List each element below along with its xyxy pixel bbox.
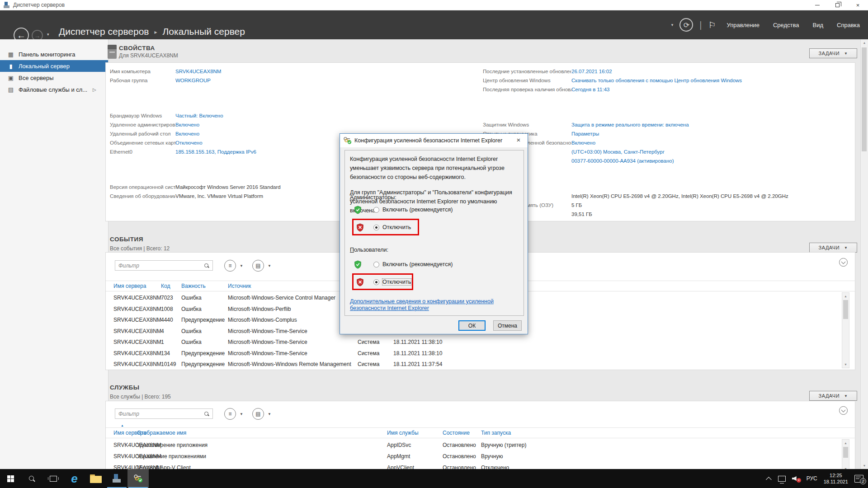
notifications-flag-icon[interactable]: ⚐ (708, 20, 716, 30)
scroll-up-icon[interactable]: ▲ (842, 441, 849, 445)
column-header[interactable]: Состояние (443, 430, 470, 436)
volume-muted-icon[interactable]: × (792, 475, 800, 482)
events-tasks-button[interactable]: ЗАДАЧИ ▼ (809, 243, 857, 253)
start-button[interactable] (0, 469, 21, 488)
services-collapse-button[interactable] (839, 406, 848, 415)
property-value[interactable]: (UTC+03:00) Москва, Санкт-Петербург (571, 149, 665, 155)
close-button[interactable]: × (848, 0, 868, 10)
events-filter-input[interactable] (115, 261, 204, 270)
property-value[interactable]: Включено (175, 122, 199, 127)
nav-history-caret-icon[interactable]: ▾ (47, 32, 49, 37)
ok-button[interactable]: ОК (458, 320, 486, 331)
property-value[interactable]: 39,51 ГБ (571, 211, 592, 217)
scrollbar-thumb[interactable] (843, 300, 848, 319)
events-collapse-button[interactable] (839, 258, 848, 267)
property-value[interactable]: Отключено (175, 140, 203, 145)
services-view-button[interactable]: ≡ (224, 408, 236, 420)
users-enable-radio[interactable] (373, 262, 379, 267)
services-filter-input[interactable] (115, 409, 204, 418)
expander-icon[interactable]: ▷ (93, 87, 96, 92)
service-row[interactable]: SRVK4UCEAX8NM Удостоверение приложения A… (106, 439, 855, 450)
column-header[interactable]: Имя сервера (113, 283, 146, 289)
ie-esc-dialog-taskbar-button[interactable] (127, 469, 149, 488)
services-save-caret-icon[interactable]: ▼ (268, 412, 271, 416)
internet-explorer-button[interactable]: e (64, 469, 85, 488)
column-header[interactable]: Отображаемое имя (137, 430, 186, 436)
event-row[interactable]: SRVK4UCEAX8NM 134 Предупреждение Microso… (106, 348, 855, 359)
property-value[interactable]: 00377-60000-00000-AA934 (активировано) (571, 158, 674, 164)
more-info-link[interactable]: Дополнительные сведения о конфигурации у… (350, 298, 515, 312)
column-header[interactable]: Источник (228, 283, 251, 289)
search-icon[interactable] (204, 263, 209, 268)
admins-enable-radio[interactable] (373, 207, 379, 213)
refresh-icon[interactable]: ⟳ (679, 18, 693, 32)
property-value[interactable]: Частный: Включено (175, 113, 223, 118)
main-scrollbar[interactable]: ▲ ▼ (860, 39, 868, 469)
restore-button[interactable] (827, 0, 848, 10)
server-manager-taskbar-button[interactable] (106, 469, 127, 488)
cancel-button[interactable]: Отмена (493, 320, 522, 331)
tray-expand-icon[interactable] (766, 477, 772, 483)
service-row[interactable]: SRVK4UCEAX8NM Управление приложениями Ap… (106, 450, 855, 462)
header-menu-item[interactable]: Управление (727, 22, 760, 28)
event-row[interactable]: SRVK4UCEAX8NM 1 Ошибка Microsoft-Windows… (106, 337, 855, 348)
search-icon[interactable] (204, 411, 209, 416)
scrollbar-thumb[interactable] (862, 47, 867, 151)
header-menu-item[interactable]: Вид (812, 22, 823, 28)
property-value[interactable]: 185.158.155.163, Поддержка IPv6 (175, 149, 256, 155)
scroll-down-icon[interactable]: ▼ (842, 363, 849, 366)
services-tasks-button[interactable]: ЗАДАЧИ ▼ (809, 391, 857, 401)
breadcrumb-root[interactable]: Диспетчер серверов (59, 26, 149, 37)
header-menu-item[interactable]: Справка (837, 22, 860, 28)
header-menu-item[interactable]: Средства (773, 22, 799, 28)
users-enable-label[interactable]: Включить (рекомендуется) (382, 261, 453, 267)
property-value[interactable]: 5 ГБ (571, 202, 582, 208)
sidebar-item[interactable]: ▣ Все серверы (0, 72, 108, 84)
property-value[interactable]: 26.07.2021 16:02 (571, 69, 612, 74)
network-icon[interactable] (778, 476, 786, 482)
dialog-close-icon[interactable]: × (514, 136, 523, 144)
events-save-caret-icon[interactable]: ▼ (268, 264, 271, 268)
admins-enable-label[interactable]: Включить (рекомендуется) (382, 206, 453, 213)
events-scrollbar[interactable]: ▲ ▼ (842, 292, 849, 368)
minimize-button[interactable] (807, 0, 827, 10)
events-view-caret-icon[interactable]: ▼ (240, 264, 243, 268)
property-value[interactable]: Включено (571, 140, 595, 145)
file-explorer-button[interactable] (85, 469, 106, 488)
property-value[interactable]: VMware, Inc. VMware Virtual Platform (175, 193, 263, 199)
sidebar-item[interactable]: ▤ Файловые службы и сл... ▷ (0, 84, 108, 95)
property-value[interactable]: Включено (175, 131, 199, 136)
events-view-button[interactable]: ≡ (224, 260, 236, 272)
scrollbar-thumb[interactable] (843, 447, 848, 458)
services-view-caret-icon[interactable]: ▼ (240, 412, 243, 416)
property-value[interactable]: Сегодня в 11:43 (571, 87, 610, 92)
column-header[interactable]: Важность (181, 283, 206, 289)
sidebar-item[interactable]: ▮ Локальный сервер (0, 60, 108, 72)
property-value[interactable]: Защита в режиме реального времени: включ… (571, 122, 689, 127)
taskbar-search-button[interactable] (21, 469, 42, 488)
property-value[interactable]: Параметры (571, 131, 599, 136)
property-value[interactable]: SRVK4UCEAX8NM (175, 69, 221, 74)
language-indicator[interactable]: РУС (807, 475, 817, 482)
sidebar-item[interactable]: ▦ Панель мониторинга (0, 48, 108, 60)
properties-tasks-button[interactable]: ЗАДАЧИ ▼ (809, 48, 857, 58)
scroll-down-icon[interactable]: ▼ (861, 464, 868, 467)
header-caret-icon[interactable]: ▾ (671, 23, 674, 27)
clock[interactable]: 12:25 18.11.2021 (824, 472, 848, 485)
events-save-button[interactable]: ▤ (252, 260, 264, 272)
scroll-up-icon[interactable]: ▲ (842, 295, 849, 298)
property-value[interactable]: Майкрософт Windows Server 2016 Standard (175, 184, 281, 190)
event-row[interactable]: SRVK4UCEAX8NM 10149 Предупреждение Micro… (106, 359, 855, 370)
services-scrollbar[interactable]: ▲ ▼ (842, 439, 849, 473)
task-view-button[interactable] (42, 469, 64, 488)
column-header[interactable]: Код (161, 283, 170, 289)
column-header[interactable]: Тип запуска (481, 430, 511, 436)
property-value[interactable]: Intel(R) Xeon(R) CPU E5-2698 v4 @ 2.20GH… (571, 193, 788, 199)
property-value[interactable]: Скачивать только обновления с помощью Це… (571, 78, 742, 83)
breadcrumb-current[interactable]: Локальный сервер (163, 26, 245, 37)
notification-center-icon[interactable]: 2 (854, 475, 863, 483)
property-value[interactable]: WORKGROUP (175, 78, 211, 83)
column-header[interactable]: Имя службы (387, 430, 419, 436)
scroll-up-icon[interactable]: ▲ (861, 41, 868, 44)
services-save-button[interactable]: ▤ (252, 408, 264, 420)
